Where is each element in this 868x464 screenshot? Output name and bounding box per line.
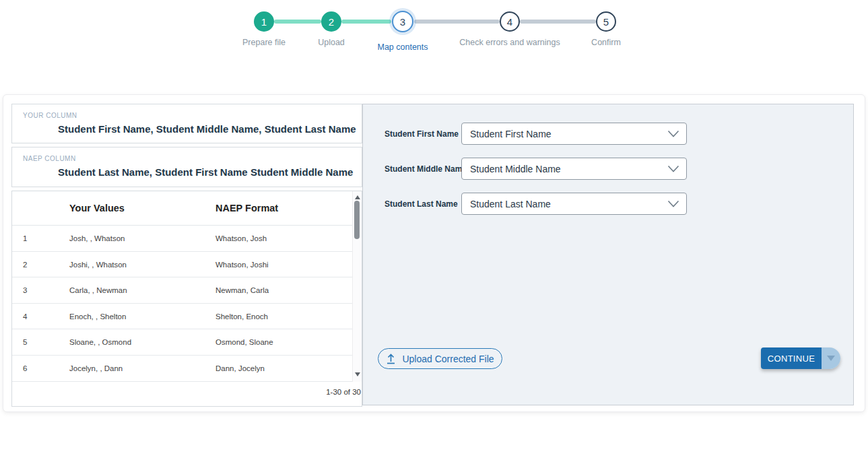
step-4-label: Check errors and warnings (459, 38, 560, 47)
continue-dropdown-button[interactable] (822, 347, 840, 369)
table-row: 5 Sloane, , Osmond Osmond, Sloane (12, 329, 352, 356)
step-number: 4 (507, 16, 512, 28)
row-naep-format: Whatson, Joshi (215, 261, 269, 269)
chevron-down-icon (667, 164, 679, 175)
step-2-upload-circle[interactable]: 2 (321, 11, 341, 32)
values-table-header: Your Values NAEP Format (12, 191, 362, 226)
chevron-down-icon (667, 199, 679, 210)
row-number: 1 (23, 234, 27, 242)
middle-name-dropdown[interactable]: Student Middle Name (461, 158, 687, 180)
your-column-tag: YOUR COLUMN (23, 112, 77, 119)
step-2-label: Upload (318, 38, 345, 47)
step-number: 2 (329, 16, 334, 28)
mapping-row-last-name: Student Last Name Student Last Name (363, 193, 853, 215)
naep-column-tag: NAEP COLUMN (23, 155, 76, 162)
mapping-panel: Student First Name Student First Name St… (362, 104, 854, 405)
your-column-value: Student First Name, Student Middle Name,… (58, 123, 356, 135)
table-row: 1 Josh, , Whatson Whatson, Josh (12, 226, 352, 252)
row-number: 2 (23, 261, 27, 269)
step-number: 3 (400, 16, 405, 28)
first-name-dropdown[interactable]: Student First Name (461, 123, 687, 145)
table-footer: 1-30 of 30 (12, 382, 362, 407)
step-3-map-contents-circle[interactable]: 3 (392, 11, 413, 32)
step-1-label: Prepare file (242, 38, 286, 47)
mapping-row-middle-name: Student Middle Name Student Middle Name (363, 158, 853, 180)
row-your-value: Enoch, , Shelton (69, 312, 126, 321)
step-3-label: Map contents (377, 42, 428, 52)
table-row: 2 Joshi, , Whatson Whatson, Joshi (12, 252, 352, 278)
row-count: 1-30 of 30 (326, 388, 361, 396)
row-number: 5 (23, 338, 27, 346)
header-your-values: Your Values (69, 203, 125, 213)
chevron-down-icon (667, 129, 679, 140)
step-5-confirm-circle[interactable]: 5 (596, 11, 616, 32)
stepper-connector-3-4 (414, 20, 500, 24)
step-number: 1 (261, 16, 267, 28)
table-scrollbar[interactable] (352, 191, 362, 382)
last-name-label: Student Last Name (385, 199, 458, 209)
table-row: 3 Carla, , Newman Newman, Carla (12, 277, 352, 304)
continue-split-button: CONTINUE (761, 347, 840, 369)
row-naep-format: Shelton, Enoch (215, 312, 268, 321)
scroll-down-icon[interactable] (355, 372, 360, 376)
row-number: 6 (23, 364, 27, 372)
scrollbar-thumb[interactable] (354, 201, 360, 239)
row-naep-format: Osmond, Sloane (215, 338, 273, 346)
wizard-stepper: 1 2 3 4 5 Prepare file Upload Map conten… (0, 0, 868, 67)
mapping-row-first-name: Student First Name Student First Name (363, 123, 853, 145)
step-1-prepare-file-circle[interactable]: 1 (254, 11, 274, 32)
stepper-connector-4-5 (520, 20, 596, 24)
last-name-selected-value: Student Last Name (470, 199, 551, 209)
header-naep-format: NAEP Format (215, 203, 278, 213)
row-your-value: Sloane, , Osmond (69, 338, 131, 346)
map-contents-card: YOUR COLUMN Student First Name, Student … (3, 94, 865, 412)
row-naep-format: Newman, Carla (215, 286, 269, 294)
row-your-value: Josh, , Whatson (69, 234, 125, 242)
naep-column-value: Student Last Name, Student First Name St… (58, 166, 353, 178)
table-row: 4 Enoch, , Shelton Shelton, Enoch (12, 304, 352, 330)
row-number: 4 (23, 312, 27, 321)
continue-button[interactable]: CONTINUE (761, 347, 822, 369)
row-naep-format: Dann, Jocelyn (215, 364, 265, 372)
row-your-value: Joshi, , Whatson (69, 261, 127, 269)
table-row: 6 Jocelyn, , Dann Dann, Jocelyn (12, 356, 352, 382)
step-4-check-errors-circle[interactable]: 4 (500, 11, 520, 32)
naep-column-box: NAEP COLUMN Student Last Name, Student F… (11, 147, 362, 187)
your-column-box: YOUR COLUMN Student First Name, Student … (11, 104, 362, 143)
first-name-selected-value: Student First Name (470, 129, 552, 139)
triangle-down-icon (827, 356, 835, 361)
middle-name-selected-value: Student Middle Name (470, 164, 561, 174)
upload-corrected-file-button[interactable]: Upload Corrected File (378, 348, 502, 369)
stepper-connector-1-2 (274, 20, 321, 24)
row-your-value: Carla, , Newman (69, 286, 127, 294)
step-5-label: Confirm (591, 38, 621, 47)
first-name-label: Student First Name (385, 129, 459, 139)
upload-icon (386, 354, 396, 364)
row-naep-format: Whatson, Josh (215, 234, 267, 242)
upload-button-label: Upload Corrected File (402, 354, 494, 364)
step-number: 5 (603, 16, 609, 28)
scroll-up-icon[interactable] (355, 195, 360, 199)
last-name-dropdown[interactable]: Student Last Name (461, 193, 687, 215)
stepper-connector-2-3 (341, 20, 391, 24)
middle-name-label: Student Middle Name (385, 164, 467, 174)
row-number: 3 (23, 286, 27, 294)
values-table: Your Values NAEP Format 1 Josh, , Whatso… (11, 191, 362, 407)
row-your-value: Jocelyn, , Dann (69, 364, 123, 372)
page: 1 2 3 4 5 Prepare file Upload Map conten… (0, 0, 868, 464)
